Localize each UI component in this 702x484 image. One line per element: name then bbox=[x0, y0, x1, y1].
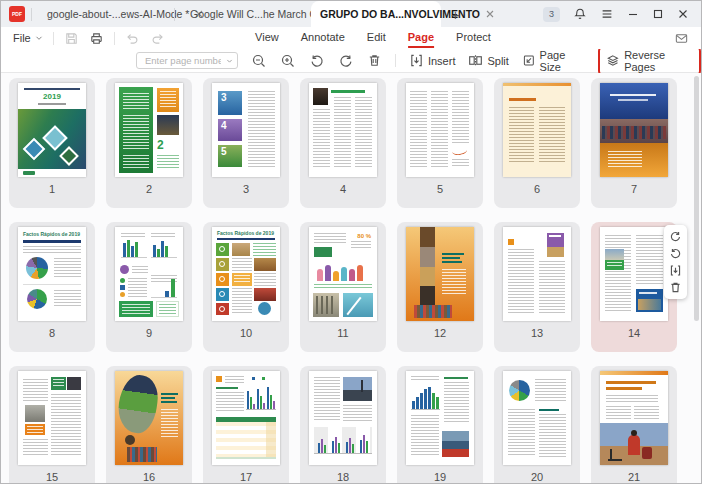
page-thumbnail[interactable]: Factos Rápidos de 2019 10 bbox=[203, 222, 289, 352]
print-icon[interactable] bbox=[89, 31, 104, 46]
page-preview: 2019 bbox=[18, 83, 86, 177]
page-preview bbox=[406, 83, 474, 177]
rotate-left-icon[interactable] bbox=[309, 53, 325, 69]
page-number: 5 bbox=[397, 183, 483, 195]
zoom-out-icon[interactable] bbox=[251, 53, 267, 69]
zoom-in-icon[interactable] bbox=[280, 53, 296, 69]
page-number: 15 bbox=[9, 471, 95, 483]
page-number: 6 bbox=[494, 183, 580, 195]
save-icon[interactable] bbox=[64, 31, 79, 46]
divider bbox=[395, 54, 396, 67]
thumb-rotate-right-button[interactable] bbox=[669, 230, 682, 243]
scrollbar-thumb[interactable] bbox=[694, 76, 699, 321]
menu-page[interactable]: Page bbox=[408, 28, 434, 48]
reverse-pages-button[interactable]: Reverse Pages bbox=[606, 49, 693, 73]
divider bbox=[53, 32, 54, 45]
page-preview bbox=[406, 371, 474, 465]
chevron-down-icon[interactable] bbox=[226, 57, 233, 65]
page-preview bbox=[503, 227, 571, 321]
page-thumbnail[interactable]: 9 bbox=[106, 222, 192, 352]
file-menu-label: File bbox=[13, 32, 31, 44]
page-number-input-wrap bbox=[136, 52, 238, 69]
page-thumbnail[interactable]: 16 bbox=[106, 366, 192, 483]
page-number-input[interactable] bbox=[143, 54, 223, 67]
menu-annotate[interactable]: Annotate bbox=[301, 28, 345, 48]
page-thumbnail[interactable]: 2 2 bbox=[106, 78, 192, 208]
page-number: 16 bbox=[106, 471, 192, 483]
page-preview bbox=[600, 371, 668, 465]
page-thumbnail[interactable]: 7 bbox=[591, 78, 677, 208]
page-number: 19 bbox=[397, 471, 483, 483]
page-thumbnail[interactable]: 2019 1 bbox=[9, 78, 95, 208]
page-thumbnail[interactable]: 5 bbox=[397, 78, 483, 208]
page-thumbnail[interactable]: Factos Rápidos de 2019 8 bbox=[9, 222, 95, 352]
thumbnail-grid: 2019 1 bbox=[9, 78, 691, 483]
delete-page-icon[interactable] bbox=[367, 53, 382, 68]
page-number: 12 bbox=[397, 327, 483, 339]
thumb-delete-button[interactable] bbox=[669, 281, 682, 294]
page-preview: Factos Rápidos de 2019 bbox=[212, 227, 280, 321]
menu-view[interactable]: View bbox=[255, 28, 279, 48]
page-number: 18 bbox=[300, 471, 386, 483]
page-preview: 2 bbox=[115, 83, 183, 177]
reverse-pages-label: Reverse Pages bbox=[624, 49, 693, 73]
page-number: 14 bbox=[591, 327, 677, 339]
tab-grupo-do-banco[interactable]: GRUPO DO BA...NVOLVIMENTO bbox=[311, 1, 441, 27]
page-preview bbox=[600, 227, 668, 321]
page-thumbnail[interactable]: 6 bbox=[494, 78, 580, 208]
tab-google-about[interactable]: google-about-...ews-AI-Mode * bbox=[38, 1, 168, 27]
page-thumbnail[interactable]: 21 bbox=[591, 366, 677, 483]
page-preview bbox=[406, 227, 474, 321]
page-number: 9 bbox=[106, 327, 192, 339]
page-thumbnail[interactable]: 80 % 11 bbox=[300, 222, 386, 352]
page-thumbnail[interactable]: 19 bbox=[397, 366, 483, 483]
divider bbox=[174, 8, 175, 21]
page-preview bbox=[600, 83, 668, 177]
menu-protect[interactable]: Protect bbox=[456, 28, 491, 48]
new-tab-button[interactable]: + bbox=[441, 7, 470, 22]
page-thumbnail[interactable]: 18 bbox=[300, 366, 386, 483]
app-logo-icon: PDF bbox=[9, 6, 25, 22]
thumb-insert-button[interactable] bbox=[669, 264, 682, 277]
redo-icon[interactable] bbox=[150, 31, 165, 46]
page-preview bbox=[18, 371, 86, 465]
thumbnail-panel: 2019 1 bbox=[1, 73, 701, 483]
page-number: 13 bbox=[494, 327, 580, 339]
page-toolbar: Insert Split Page Size Reverse Pages bbox=[1, 49, 701, 73]
menu-edit[interactable]: Edit bbox=[367, 28, 386, 48]
insert-button[interactable]: Insert bbox=[409, 53, 456, 68]
app-window: PDF google-about-...ews-AI-Mode * Google… bbox=[0, 0, 702, 484]
file-menu[interactable]: File bbox=[13, 32, 43, 44]
thumb-rotate-left-button[interactable] bbox=[669, 247, 682, 260]
notification-count-badge[interactable]: 3 bbox=[543, 7, 560, 22]
page-thumbnail[interactable]: 12 bbox=[397, 222, 483, 352]
close-button[interactable] bbox=[677, 8, 689, 20]
insert-label: Insert bbox=[428, 55, 456, 67]
page-thumbnail[interactable]: 20 bbox=[494, 366, 580, 483]
page-thumbnail[interactable]: 15 bbox=[9, 366, 95, 483]
rotate-right-icon[interactable] bbox=[338, 53, 354, 69]
tab-google-will[interactable]: Google Will C...he March Core bbox=[181, 1, 311, 27]
undo-icon[interactable] bbox=[125, 31, 140, 46]
maximize-button[interactable] bbox=[652, 8, 664, 20]
minimize-button[interactable] bbox=[627, 8, 639, 20]
tab-close-icon[interactable] bbox=[486, 10, 494, 18]
page-size-label: Page Size bbox=[540, 49, 586, 73]
hamburger-menu-icon[interactable] bbox=[600, 7, 614, 21]
vertical-scrollbar[interactable] bbox=[694, 76, 700, 478]
page-preview bbox=[309, 83, 377, 177]
bell-icon[interactable] bbox=[573, 7, 587, 21]
page-preview: 80 % bbox=[309, 227, 377, 321]
page-thumbnail[interactable]: 4 bbox=[300, 78, 386, 208]
envelope-icon[interactable] bbox=[674, 31, 689, 46]
page-number: 1 bbox=[9, 183, 95, 195]
page-preview: Factos Rápidos de 2019 bbox=[18, 227, 86, 321]
split-button[interactable]: Split bbox=[468, 53, 508, 68]
page-number: 3 bbox=[203, 183, 289, 195]
page-thumbnail[interactable]: 3 4 5 3 bbox=[203, 78, 289, 208]
page-number: 11 bbox=[300, 327, 386, 339]
page-size-button[interactable]: Page Size bbox=[522, 49, 586, 73]
page-thumbnail[interactable]: 17 bbox=[203, 366, 289, 483]
page-thumbnail[interactable]: 13 bbox=[494, 222, 580, 352]
page-thumbnail-hovered[interactable]: 14 bbox=[591, 222, 677, 352]
